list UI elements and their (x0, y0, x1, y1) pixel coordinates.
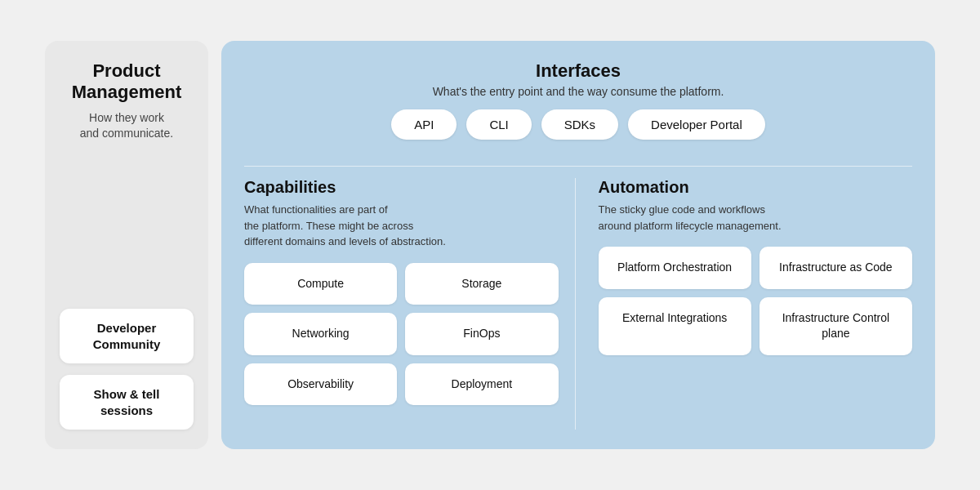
sidebar-subtitle: How they work and communicate. (80, 110, 173, 142)
interfaces-pills: API CLI SDKs Developer Portal (244, 109, 912, 140)
interfaces-section: Interfaces What's the entry point and th… (244, 60, 912, 140)
show-tell-sessions-card[interactable]: Show & tell sessions (60, 375, 194, 430)
automation-grid: Platform Orchestration Infrastructure as… (599, 247, 913, 355)
automation-title: Automation (599, 178, 913, 197)
automation-column: Automation The sticky glue code and work… (576, 178, 913, 430)
interfaces-title: Interfaces (244, 60, 912, 82)
card-finops: FinOps (405, 313, 558, 355)
divider (244, 166, 912, 167)
card-infrastructure-as-code: Infrastructure as Code (760, 247, 912, 289)
pill-sdks: SDKs (541, 109, 618, 140)
pill-api: API (391, 109, 457, 140)
card-networking: Networking (244, 313, 397, 355)
card-observability: Observability (244, 363, 397, 406)
pill-cli: CLI (466, 109, 531, 140)
capabilities-column: Capabilities What functionalities are pa… (244, 178, 576, 430)
capabilities-grid: Compute Storage Networking FinOps Observ… (244, 263, 559, 406)
card-storage: Storage (405, 263, 558, 305)
card-deployment: Deployment (405, 363, 558, 406)
card-infrastructure-control-plane: Infrastructure Control plane (760, 297, 912, 355)
developer-community-card[interactable]: Developer Community (60, 309, 194, 363)
sidebar: Product Management How they work and com… (45, 41, 208, 449)
card-external-integrations: External Integrations (599, 297, 751, 355)
automation-desc: The sticky glue code and workflows aroun… (599, 202, 913, 234)
capabilities-desc: What functionalities are part of the pla… (244, 202, 559, 250)
card-platform-orchestration: Platform Orchestration (599, 247, 751, 289)
capabilities-title: Capabilities (244, 178, 559, 197)
sidebar-title: Product Management (72, 60, 181, 104)
lower-section: Capabilities What functionalities are pa… (244, 178, 912, 430)
interfaces-desc: What's the entry point and the way consu… (244, 85, 912, 98)
card-compute: Compute (244, 263, 397, 305)
pill-developer-portal: Developer Portal (628, 109, 765, 140)
main-content: Interfaces What's the entry point and th… (221, 41, 935, 449)
